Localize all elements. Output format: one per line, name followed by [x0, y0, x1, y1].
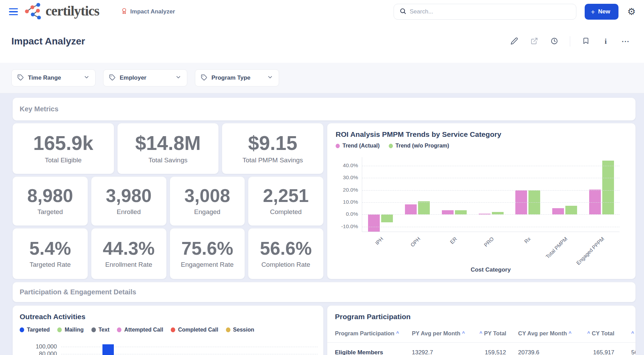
roi-bar-er-wo-program — [455, 210, 467, 214]
clock-icon — [551, 37, 558, 46]
metric-value: 3,008 — [185, 186, 230, 205]
column-header-py-avg-per-month[interactable]: PY Avg per Month^ — [412, 330, 479, 337]
legend-dot — [57, 327, 62, 332]
roi-x-tick: Total PMPM — [545, 236, 568, 260]
metric-label: Completed — [270, 208, 302, 216]
info-icon: i — [605, 37, 607, 46]
top-header: certilytics Impact Analyzer + New ⚙ — [0, 0, 644, 63]
metric-row-1: 165.9k Total Eligible $14.8M Total Savin… — [12, 123, 324, 174]
section-title: Key Metrics — [20, 105, 58, 113]
legend-dot — [336, 144, 340, 148]
legend-item-trend-wo-program[interactable]: Trend (w/o Program) — [389, 143, 449, 149]
legend-item-mailing[interactable]: Mailing — [57, 327, 83, 333]
hamburger-menu-button[interactable] — [9, 8, 18, 15]
search-bar[interactable] — [394, 4, 576, 20]
metric-label: Targeted Rate — [30, 261, 71, 268]
sort-caret-icon: ^ — [462, 331, 465, 336]
bookmark-icon — [582, 37, 589, 45]
metric-card-engagement-rate: 75.6% Engagement Rate — [170, 228, 245, 279]
sort-caret-icon: ^ — [479, 331, 482, 336]
metric-label: Targeted — [37, 208, 63, 216]
roi-chart-card: ROI Analysis PMPM Trends by Service Cate… — [327, 123, 636, 279]
chevron-down-icon — [267, 74, 273, 82]
column-header-program-participation[interactable]: Program Participation^ — [335, 330, 412, 337]
legend-item-completed-call[interactable]: Completed Call — [171, 327, 218, 333]
roi-y-tick: 30.0% — [329, 174, 358, 181]
roi-gridline — [362, 166, 620, 166]
outreach-chart-title: Outreach Activities — [20, 313, 86, 321]
cell-cy-avg: 20739.6 — [506, 349, 587, 355]
filter-employer[interactable]: Employer — [103, 69, 187, 87]
search-input[interactable] — [410, 8, 571, 15]
edit-button[interactable] — [510, 37, 519, 46]
filter-time-range[interactable]: Time Range — [11, 69, 96, 87]
roi-gridline — [362, 178, 620, 178]
roi-bar-iph-actual — [368, 214, 380, 232]
metric-value: 8,980 — [27, 186, 73, 205]
outreach-plot-area: 100,000 80,000 — [61, 344, 318, 355]
bookmark-button[interactable] — [581, 37, 590, 46]
roi-x-tick: OPH — [409, 236, 421, 248]
legend-item-attempted-call[interactable]: Attempted Call — [117, 327, 163, 333]
section-header-key-metrics: Key Metrics — [12, 98, 636, 121]
roi-bar-oph-actual — [405, 204, 417, 214]
app-logo[interactable]: certilytics — [24, 3, 99, 21]
sort-caret-icon: ^ — [396, 331, 399, 336]
roi-bar-er-actual — [442, 210, 454, 214]
settings-gear-button[interactable]: ⚙ — [627, 7, 636, 17]
metric-card-total-savings: $14.8M Total Savings — [117, 123, 219, 174]
metric-row-3: 5.4% Targeted Rate 44.3% Enrollment Rate… — [12, 228, 324, 279]
legend-dot — [171, 327, 175, 332]
column-header-percent[interactable]: ^% — [614, 330, 636, 337]
outreach-bar-targeted — [102, 344, 114, 355]
column-header-py-total[interactable]: ^PY Total — [479, 330, 506, 337]
logo-text: certilytics — [46, 4, 99, 19]
more-options-button[interactable]: ··· — [621, 37, 630, 46]
roi-chart-title: ROI Analysis PMPM Trends by Service Cate… — [336, 130, 501, 139]
legend-item-text[interactable]: Text — [91, 327, 110, 333]
roi-legend: Trend (Actual) Trend (w/o Program) — [336, 143, 449, 149]
new-button[interactable]: + New — [585, 4, 618, 20]
ellipsis-icon: ··· — [622, 38, 630, 45]
metric-value: 75.6% — [181, 239, 233, 257]
roi-x-tick: Rx — [523, 236, 532, 244]
cell-cy-total: 165,917 — [587, 349, 614, 355]
roi-gridline — [362, 190, 620, 191]
page-title: Impact Analyzer — [11, 36, 85, 47]
outreach-legend: Targeted Mailing Text Attempted Call Com… — [20, 327, 254, 333]
legend-item-session[interactable]: Session — [226, 327, 254, 333]
logo-mark-icon — [24, 3, 42, 21]
roi-bar-oph-wo-program — [418, 201, 430, 214]
info-button[interactable]: i — [601, 37, 610, 46]
metric-card-targeted-rate: 5.4% Targeted Rate — [12, 228, 88, 279]
roi-bar-total-pmpm-wo-program — [565, 206, 577, 214]
breadcrumb[interactable]: Impact Analyzer — [121, 7, 175, 16]
legend-dot — [389, 144, 393, 148]
metric-card-enrolled: 3,980 Enrolled — [91, 176, 167, 226]
roi-x-axis-title: Cost Category — [362, 266, 620, 273]
cell-program-name: Eligible Members — [335, 349, 412, 355]
metric-card-completion-rate: 56.6% Completion Rate — [248, 228, 324, 279]
table-title: Program Participation — [335, 313, 410, 321]
metric-label: Completion Rate — [261, 261, 310, 268]
section-header-participation-details: Participation & Engagement Details — [12, 282, 636, 302]
filter-label: Program Type — [211, 74, 250, 81]
column-header-cy-total[interactable]: ^CY Total — [587, 330, 614, 337]
legend-item-trend-actual[interactable]: Trend (Actual) — [336, 143, 380, 149]
history-button[interactable] — [550, 37, 559, 46]
legend-item-targeted[interactable]: Targeted — [20, 327, 50, 333]
roi-bar-engaged-pppm-wo-program — [602, 161, 614, 215]
chevron-down-icon — [175, 74, 181, 82]
roi-x-tick: Engaged PPPM — [575, 236, 605, 266]
table-header-row: Program Participation^ PY Avg per Month^… — [335, 324, 636, 342]
roi-y-tick: 20.0% — [329, 187, 358, 193]
metric-card-targeted: 8,980 Targeted — [12, 176, 88, 226]
filter-program-type[interactable]: Program Type — [195, 69, 279, 87]
metric-value: $9.15 — [248, 133, 297, 153]
legend-dot — [20, 327, 24, 332]
gear-icon: ⚙ — [627, 7, 636, 17]
open-external-button[interactable] — [530, 37, 539, 46]
column-header-cy-avg-per-month[interactable]: CY Avg per Month^ — [506, 330, 587, 337]
tag-icon — [201, 74, 207, 82]
metric-label: Enrollment Rate — [105, 261, 152, 268]
